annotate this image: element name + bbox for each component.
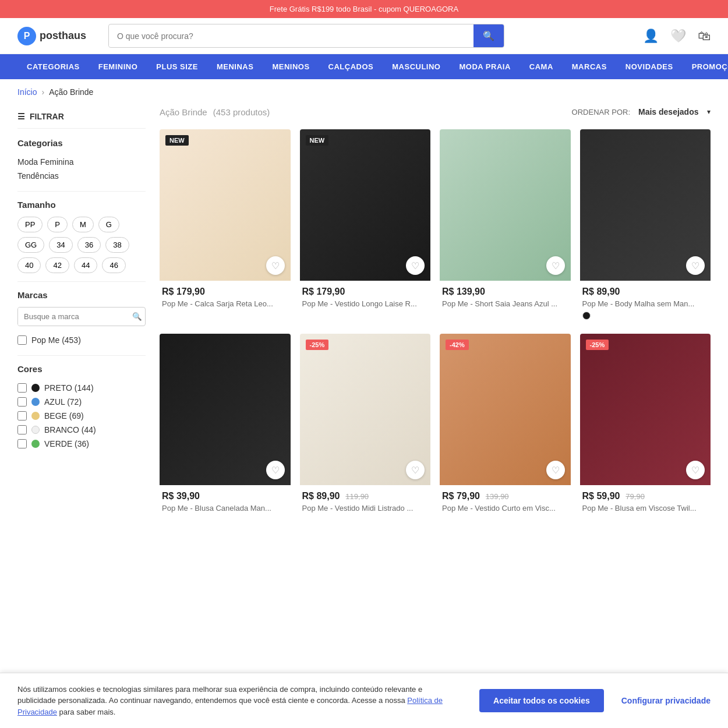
color-azul-checkbox[interactable] [17, 397, 27, 407]
product-img-2: NEW ♡ [300, 129, 431, 281]
product-card-6[interactable]: -25% ♡ R$ 89,90 119,90 Pop Me - Vestido … [300, 334, 431, 517]
nav-promocoes[interactable]: PROMOÇÕES [683, 54, 728, 79]
color-bege-checkbox[interactable] [17, 411, 27, 420]
color-preto-dot [31, 384, 40, 392]
product-price-7: R$ 79,90 [442, 491, 480, 501]
product-name-6: Pop Me - Vestido Midi Listrado ... [302, 504, 429, 513]
color-verde-dot [31, 440, 40, 448]
swatch-black[interactable] [582, 312, 591, 320]
product-price-8: R$ 59,90 [582, 491, 620, 501]
logo[interactable]: P posthaus [17, 27, 99, 45]
brand-pop-me: Pop Me (453) [17, 333, 146, 347]
color-branco-checkbox[interactable] [17, 425, 27, 434]
color-azul-label: AZUL (72) [44, 397, 82, 407]
wishlist-btn-2[interactable]: ♡ [406, 256, 425, 275]
account-icon[interactable]: 👤 [643, 29, 659, 44]
nav-feminino[interactable]: FEMININO [89, 54, 147, 79]
color-swatches-4 [582, 312, 709, 320]
product-info-6: R$ 89,90 119,90 Pop Me - Vestido Midi Li… [300, 485, 431, 517]
nav-meninas[interactable]: MENINAS [207, 54, 263, 79]
size-pp[interactable]: PP [17, 217, 43, 232]
color-bege-label: BEGE (69) [44, 411, 84, 420]
size-38[interactable]: 38 [105, 237, 129, 253]
size-40[interactable]: 40 [17, 257, 41, 273]
product-card-4[interactable]: ♡ R$ 89,90 Pop Me - Body Malha sem Man..… [580, 129, 711, 324]
search-bar: 🔍 [108, 24, 504, 48]
size-44[interactable]: 44 [74, 257, 97, 273]
product-card-8[interactable]: -25% ♡ R$ 59,90 79,90 Pop Me - Blusa em … [580, 334, 711, 517]
nav-categorias[interactable]: CATEGORIAS [17, 54, 89, 79]
brand-pop-me-checkbox[interactable] [17, 335, 27, 345]
nav-cama[interactable]: CAMA [520, 54, 563, 79]
header-icons: 👤 🤍 🛍 [643, 29, 711, 44]
breadcrumb-home[interactable]: Início [17, 87, 37, 97]
nav-meninos[interactable]: MENINOS [263, 54, 319, 79]
sort-select[interactable]: Mais desejados Menor preço Maior preço N… [635, 105, 702, 119]
nav-moda-praia[interactable]: MODA PRAIA [450, 54, 520, 79]
product-info-1: R$ 179,90 Pop Me - Calca Sarja Reta Leo.… [160, 281, 291, 313]
nav-novidades[interactable]: NOVIDADES [616, 54, 683, 79]
cart-icon[interactable]: 🛍 [698, 29, 711, 44]
product-card-2[interactable]: NEW ♡ R$ 179,90 Pop Me - Vestido Longo L… [300, 129, 431, 324]
wishlist-icon[interactable]: 🤍 [670, 29, 686, 44]
wishlist-btn-8[interactable]: ♡ [686, 461, 705, 479]
brand-search-input[interactable] [18, 308, 128, 326]
nav-masculino[interactable]: MASCULINO [383, 54, 450, 79]
wishlist-btn-7[interactable]: ♡ [546, 461, 565, 479]
search-input[interactable] [109, 26, 473, 47]
badge-new-1: NEW [165, 135, 189, 146]
product-area-header: Ação Brinde (453 produtos) ORDENAR POR: … [160, 105, 711, 119]
color-azul-dot [31, 398, 40, 406]
divider-2 [17, 281, 146, 282]
size-g[interactable]: G [98, 217, 119, 232]
product-card-5[interactable]: ♡ R$ 39,90 Pop Me - Blusa Canelada Man..… [160, 334, 291, 517]
size-36[interactable]: 36 [77, 237, 101, 253]
nav-marcas[interactable]: MARCAS [563, 54, 616, 79]
wishlist-btn-4[interactable]: ♡ [686, 256, 705, 275]
product-card-1[interactable]: NEW ♡ R$ 179,90 Pop Me - Calca Sarja Ret… [160, 129, 291, 324]
size-gg[interactable]: GG [17, 237, 44, 253]
product-card-3[interactable]: ♡ R$ 139,90 Pop Me - Short Saia Jeans Az… [440, 129, 571, 324]
nav-calcados[interactable]: CALÇADOS [319, 54, 383, 79]
filter-label: FILTRAR [30, 112, 64, 121]
category-moda-feminina[interactable]: Moda Feminina [17, 155, 146, 169]
color-preto-label: PRETO (144) [44, 383, 94, 393]
brand-search-bar: 🔍 [17, 307, 146, 326]
size-p[interactable]: P [47, 217, 68, 232]
logo-text: posthaus [40, 30, 86, 42]
product-img-1: NEW ♡ [160, 129, 291, 281]
size-34[interactable]: 34 [49, 237, 72, 253]
color-preto: PRETO (144) [17, 381, 146, 395]
color-bege: BEGE (69) [17, 409, 146, 423]
size-46[interactable]: 46 [102, 257, 125, 273]
size-42[interactable]: 42 [45, 257, 69, 273]
wishlist-btn-5[interactable]: ♡ [266, 461, 285, 479]
brand-search-button[interactable]: 🔍 [128, 308, 146, 326]
product-name-7: Pop Me - Vestido Curto em Visc... [442, 504, 568, 513]
color-preto-checkbox[interactable] [17, 383, 27, 393]
brands-title: Marcas [17, 290, 146, 300]
product-name-3: Pop Me - Short Saia Jeans Azul ... [442, 299, 568, 308]
color-azul: AZUL (72) [17, 395, 146, 409]
nav-plus-size[interactable]: PLUS SIZE [147, 54, 207, 79]
wishlist-btn-3[interactable]: ♡ [546, 256, 565, 275]
product-price-old-6: 119,90 [345, 492, 369, 501]
product-card-7[interactable]: -42% ♡ R$ 79,90 139,90 Pop Me - Vestido … [440, 334, 571, 517]
wishlist-btn-1[interactable]: ♡ [266, 256, 285, 275]
product-price-4: R$ 89,90 [582, 287, 620, 296]
colors-section: Cores PRETO (144) AZUL (72) BEGE (69) BR… [17, 364, 146, 451]
header: P posthaus 🔍 👤 🤍 🛍 [0, 18, 728, 54]
divider-1 [17, 191, 146, 192]
search-button[interactable]: 🔍 [473, 24, 504, 47]
color-verde-checkbox[interactable] [17, 439, 27, 448]
size-m[interactable]: M [72, 217, 94, 232]
product-price-6: R$ 89,90 [302, 491, 340, 501]
product-info-4: R$ 89,90 Pop Me - Body Malha sem Man... [580, 281, 711, 324]
color-branco: BRANCO (44) [17, 423, 146, 437]
badge-discount-6: -25% [306, 340, 329, 350]
wishlist-btn-6[interactable]: ♡ [406, 461, 425, 479]
category-tendencias[interactable]: Tendências [17, 169, 146, 183]
product-name-1: Pop Me - Calca Sarja Reta Leo... [162, 299, 288, 308]
color-verde: VERDE (36) [17, 437, 146, 451]
filter-toggle[interactable]: ☰ FILTRAR [17, 105, 146, 129]
